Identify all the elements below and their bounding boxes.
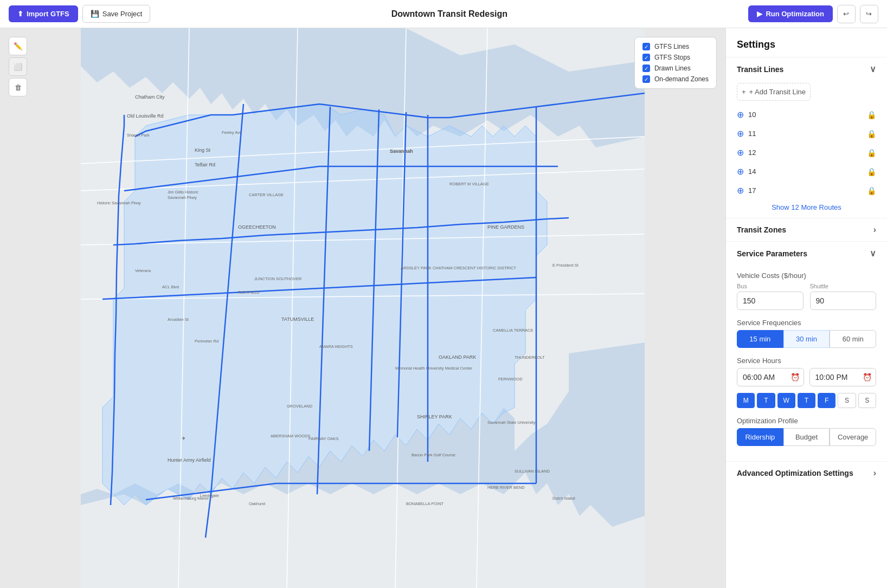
map-container[interactable]: ✏️ ⬜ 🗑 GTFS Lines GTFS Stops Drawn Lines: [0, 28, 725, 588]
clock-icon-end: ⏰: [863, 373, 872, 382]
time-row: ⏰ ⏰: [737, 368, 876, 386]
redo-button[interactable]: ↪: [860, 5, 878, 23]
svg-text:Hunter Army Airfield: Hunter Army Airfield: [168, 457, 211, 463]
svg-text:Feeley Ave: Feeley Ave: [222, 130, 242, 135]
line-left: ⊕ 10: [737, 109, 756, 120]
run-optimization-button[interactable]: ▶ Run Optimization: [748, 5, 833, 22]
transit-line-item-10[interactable]: ⊕ 10 🔒: [726, 105, 887, 124]
select-tool-button[interactable]: ⬜: [9, 57, 27, 76]
topbar-right: ▶ Run Optimization ↩ ↪: [748, 5, 878, 23]
gtfs-lines-label: GTFS Lines: [654, 43, 689, 50]
transit-line-item-17[interactable]: ⊕ 17 🔒: [726, 181, 887, 200]
shuttle-cost-input[interactable]: [810, 292, 877, 310]
save-project-button[interactable]: 💾 Save Project: [82, 5, 151, 23]
map-legend: GTFS Lines GTFS Stops Drawn Lines On-dem…: [634, 37, 717, 89]
svg-text:Bacon Park Golf Course: Bacon Park Golf Course: [412, 453, 455, 457]
lock-icon: 🔒: [867, 148, 876, 157]
freq-60-button[interactable]: 60 min: [830, 330, 876, 348]
service-params-section-header[interactable]: Service Parameters ∨: [726, 241, 887, 265]
settings-header: Settings: [726, 28, 887, 57]
gtfs-stops-label: GTFS Stops: [654, 54, 690, 61]
svg-text:Telfair Rd: Telfair Rd: [195, 162, 215, 167]
advanced-settings-chevron: ›: [873, 468, 876, 478]
trash-icon: 🗑: [15, 83, 22, 92]
opt-budget-button[interactable]: Budget: [783, 428, 830, 446]
svg-text:Memorial Health University Med: Memorial Health University Medical Cente…: [395, 366, 473, 371]
legend-item-ondemand-zones[interactable]: On-demand Zones: [642, 75, 709, 83]
svg-text:OGEECHEETON: OGEECHEETON: [238, 224, 276, 230]
service-hours-label: Service Hours: [737, 357, 876, 365]
main-content: ✏️ ⬜ 🗑 GTFS Lines GTFS Stops Drawn Lines: [0, 28, 887, 588]
lock-icon: 🔒: [867, 130, 876, 138]
transit-lines-chevron: ∨: [870, 64, 876, 74]
draw-tool-button[interactable]: ✏️: [9, 37, 27, 55]
legend-item-drawn-lines[interactable]: Drawn Lines: [642, 64, 709, 72]
transit-zones-section-header[interactable]: Transit Zones ›: [726, 218, 887, 241]
add-transit-line-button[interactable]: + + Add Transit Line: [737, 83, 811, 101]
svg-text:FERNWOOD: FERNWOOD: [498, 377, 523, 382]
select-icon: ⬜: [14, 63, 23, 71]
transit-zones-chevron: ›: [873, 225, 876, 235]
import-gtfs-button[interactable]: ⬆ Import GTFS: [9, 5, 78, 22]
day-friday[interactable]: F: [818, 393, 835, 408]
redo-icon: ↪: [866, 10, 872, 18]
svg-text:Dutch Island: Dutch Island: [552, 496, 575, 501]
day-thursday[interactable]: T: [798, 393, 815, 408]
day-sunday[interactable]: S: [858, 393, 876, 408]
opt-profile-group: Ridership Budget Coverage: [737, 428, 876, 446]
opt-ridership-button[interactable]: Ridership: [737, 428, 783, 446]
svg-text:King St: King St: [195, 147, 211, 153]
clock-icon-start: ⏰: [790, 373, 800, 382]
map-tools: ✏️ ⬜ 🗑: [9, 37, 27, 96]
svg-text:ROBERT M VILLAGE: ROBERT M VILLAGE: [449, 182, 489, 186]
svg-text:Veterans: Veterans: [135, 268, 151, 273]
transit-zones-label: Transit Zones: [737, 225, 786, 234]
transit-line-item-11[interactable]: ⊕ 11 🔒: [726, 124, 887, 143]
svg-text:ACL Blvd: ACL Blvd: [162, 285, 179, 289]
svg-text:SULLIVAN ISLAND: SULLIVAN ISLAND: [515, 469, 550, 474]
transit-line-item-14[interactable]: ⊕ 14 🔒: [726, 162, 887, 181]
gtfs-stops-checkbox[interactable]: [642, 54, 650, 61]
svg-text:ARDSLEY PARK CHATHAM CRESCENT : ARDSLEY PARK CHATHAM CRESCENT HISTORIC D…: [401, 266, 517, 270]
opt-coverage-button[interactable]: Coverage: [830, 428, 876, 446]
svg-text:ABERSHAM WOODS: ABERSHAM WOODS: [271, 434, 310, 438]
svg-text:✈: ✈: [182, 436, 186, 441]
upload-icon: ⬆: [17, 10, 23, 18]
ondemand-zones-checkbox[interactable]: [642, 75, 650, 83]
lock-icon: 🔒: [867, 186, 876, 195]
save-icon: 💾: [91, 10, 99, 18]
svg-text:HERB RIVER BEND: HERB RIVER BEND: [487, 485, 525, 490]
advanced-settings-section-header[interactable]: Advanced Optimization Settings ›: [726, 461, 887, 484]
vehicle-costs-label: Vehicle Costs ($/hour): [737, 272, 876, 280]
freq-15-button[interactable]: 15 min: [737, 330, 783, 348]
undo-button[interactable]: ↩: [837, 5, 856, 23]
show-more-routes[interactable]: Show 12 More Routes: [726, 200, 887, 218]
transit-lines-section-header[interactable]: Transit Lines ∨: [726, 57, 887, 81]
svg-text:Leedsgate: Leedsgate: [200, 493, 219, 498]
svg-text:Sharon Park: Sharon Park: [127, 133, 150, 138]
day-monday[interactable]: M: [737, 393, 755, 408]
route-icon: ⊕: [737, 109, 744, 120]
svg-text:FAIRWAY OAKS: FAIRWAY OAKS: [308, 436, 339, 441]
delete-tool-button[interactable]: 🗑: [9, 78, 27, 96]
line-left: ⊕ 14: [737, 166, 756, 177]
shuttle-sublabel: Shuttle: [810, 283, 877, 289]
freq-30-button[interactable]: 30 min: [783, 330, 830, 348]
day-wednesday[interactable]: W: [777, 393, 795, 408]
ondemand-zones-label: On-demand Zones: [654, 75, 709, 83]
day-tuesday[interactable]: T: [757, 393, 775, 408]
transit-line-item-12[interactable]: ⊕ 12 🔒: [726, 143, 887, 162]
end-time-wrap: ⏰: [809, 368, 877, 386]
legend-item-gtfs-lines[interactable]: GTFS Lines: [642, 43, 709, 50]
svg-text:Perimeter Rd: Perimeter Rd: [195, 339, 218, 344]
bus-cost-input[interactable]: [737, 292, 804, 310]
svg-text:BONABELLA POINT: BONABELLA POINT: [406, 501, 444, 506]
svg-text:JUNCTION SOUTHOVER: JUNCTION SOUTHOVER: [254, 276, 302, 281]
lock-icon: 🔒: [867, 167, 876, 176]
legend-item-gtfs-stops[interactable]: GTFS Stops: [642, 54, 709, 61]
gtfs-lines-checkbox[interactable]: [642, 43, 650, 50]
svg-text:Historic Savannah Pkwy: Historic Savannah Pkwy: [97, 201, 141, 205]
lock-icon: 🔒: [867, 111, 876, 119]
drawn-lines-checkbox[interactable]: [642, 64, 650, 72]
day-saturday[interactable]: S: [838, 393, 856, 408]
